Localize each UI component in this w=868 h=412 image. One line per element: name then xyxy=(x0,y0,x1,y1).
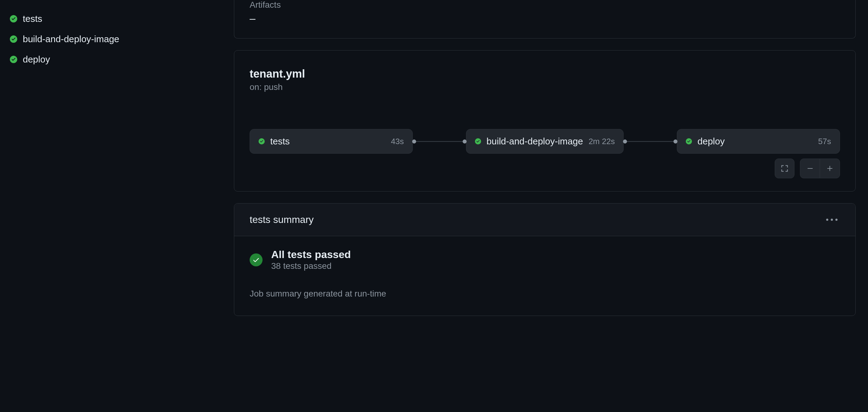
tests-summary-panel: tests summary All tests passed 38 tests … xyxy=(234,203,856,316)
sidebar-item-label: build-and-deploy-image xyxy=(23,34,119,45)
job-duration: 43s xyxy=(391,137,404,146)
check-circle-icon xyxy=(10,56,17,63)
job-duration: 2m 22s xyxy=(589,137,615,146)
job-name: tests xyxy=(270,136,290,147)
sidebar-item-deploy[interactable]: deploy xyxy=(10,49,224,69)
artifacts-label: Artifacts xyxy=(250,0,840,10)
job-node-deploy[interactable]: deploy 57s xyxy=(677,129,840,154)
artifacts-value: – xyxy=(250,12,840,24)
connector xyxy=(413,141,466,142)
job-duration: 57s xyxy=(818,137,831,146)
plus-icon xyxy=(827,165,833,172)
summary-header: tests summary xyxy=(234,204,856,236)
sidebar-item-label: tests xyxy=(23,13,42,24)
summary-body: All tests passed 38 tests passed Job sum… xyxy=(234,236,856,316)
summary-title: tests summary xyxy=(250,214,314,226)
job-name: deploy xyxy=(698,136,724,147)
check-circle-icon xyxy=(10,35,17,43)
check-circle-icon xyxy=(258,138,265,144)
workflow-graph[interactable]: tests 43s build-and-deploy-image 2m 22s xyxy=(250,129,840,154)
sidebar-item-tests[interactable]: tests xyxy=(10,9,224,29)
minus-icon xyxy=(807,165,813,172)
zoom-out-button[interactable] xyxy=(800,159,820,178)
sidebar: tests build-and-deploy-image deploy xyxy=(0,0,234,412)
zoom-in-button[interactable] xyxy=(820,159,840,178)
connector xyxy=(624,141,677,142)
workflow-panel: tenant.yml on: push tests 43s xyxy=(234,50,856,192)
fullscreen-button[interactable] xyxy=(775,158,795,178)
summary-menu-button[interactable] xyxy=(824,216,840,223)
check-circle-icon xyxy=(686,138,692,144)
zoom-controls xyxy=(775,158,840,178)
sidebar-item-build-and-deploy-image[interactable]: build-and-deploy-image xyxy=(10,29,224,49)
workflow-trigger: on: push xyxy=(250,82,840,92)
check-circle-icon xyxy=(10,15,17,23)
check-circle-icon xyxy=(250,254,262,266)
job-node-build-and-deploy-image[interactable]: build-and-deploy-image 2m 22s xyxy=(466,129,624,154)
check-circle-icon xyxy=(475,138,481,144)
main-content: Artifacts – tenant.yml on: push tests 43… xyxy=(234,0,868,412)
fullscreen-icon xyxy=(781,165,788,172)
job-node-tests[interactable]: tests 43s xyxy=(250,129,413,154)
sidebar-item-label: deploy xyxy=(23,54,50,65)
summary-footer: Job summary generated at run-time xyxy=(250,289,840,299)
workflow-title: tenant.yml xyxy=(250,67,840,80)
artifacts-panel: Artifacts – xyxy=(234,0,856,38)
summary-subtext: 38 tests passed xyxy=(271,261,351,271)
summary-headline: All tests passed xyxy=(271,248,351,261)
zoom-pair xyxy=(800,158,840,178)
job-name: build-and-deploy-image xyxy=(487,136,583,147)
